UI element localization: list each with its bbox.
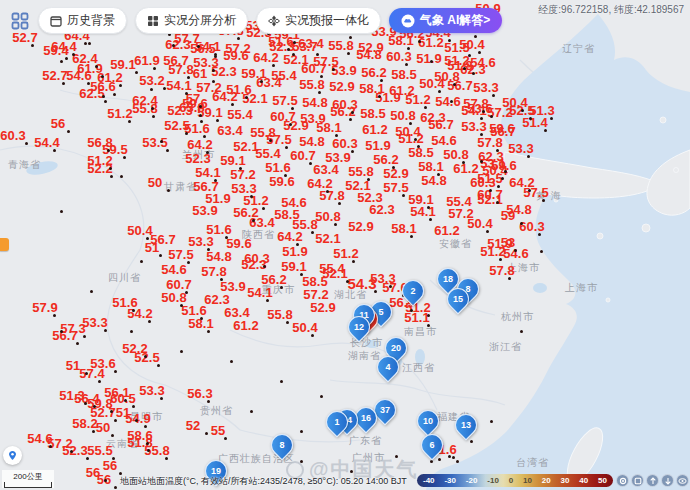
- history-button[interactable]: 历史背景: [38, 7, 127, 34]
- station-dot: [550, 117, 553, 120]
- map-marker-13[interactable]: 13: [450, 409, 481, 440]
- toolbar: 历史背景 实况分屏分析 实况预报一体化 气象 AI解答>: [10, 7, 502, 34]
- temp-value: 53.2: [139, 74, 164, 87]
- station-dot: [157, 364, 160, 367]
- temp-value: 56.7: [52, 329, 77, 342]
- station-dot: [31, 44, 34, 47]
- temp-value: 50.8: [390, 109, 415, 122]
- temp-value: 55.8: [348, 165, 373, 178]
- temp-value: 51.2: [398, 132, 423, 145]
- station-dot: [280, 286, 283, 289]
- station-dot: [280, 380, 283, 383]
- station-dot: [110, 175, 113, 178]
- station-dot: [424, 106, 427, 109]
- temp-value: 56.2: [373, 153, 398, 166]
- station-dot: [25, 142, 28, 145]
- station-dot: [374, 290, 377, 293]
- station-dot: [405, 63, 408, 66]
- station-dot: [410, 309, 413, 312]
- station-dot: [231, 103, 234, 106]
- station-dot: [146, 237, 149, 240]
- temp-value: 62.3: [369, 203, 394, 216]
- station-dot: [130, 330, 133, 333]
- province-label: 台湾省: [516, 456, 549, 470]
- station-dot: [167, 189, 170, 192]
- legend-up-button[interactable]: [646, 474, 659, 487]
- temp-value: 57.5: [383, 181, 408, 194]
- station-dot: [410, 235, 413, 238]
- station-dot: [132, 405, 135, 408]
- ai-cloud-icon: [401, 14, 415, 28]
- temp-value: 63.4: [217, 124, 242, 137]
- edge-badge[interactable]: [0, 238, 9, 251]
- station-dot: [269, 139, 272, 142]
- station-dot: [147, 449, 150, 452]
- station-dot: [144, 355, 147, 358]
- station-dot: [112, 457, 115, 460]
- station-dot: [62, 82, 65, 85]
- legend-tick: 50: [598, 477, 607, 485]
- station-dot: [216, 119, 219, 122]
- arrow-up-icon: [649, 477, 657, 485]
- legend-frame-button[interactable]: [631, 474, 644, 487]
- legend-visibility-button[interactable]: [676, 474, 689, 487]
- station-dot: [490, 420, 493, 423]
- temp-value: 52.9: [329, 80, 354, 93]
- temp-value: 60.7: [290, 149, 315, 162]
- station-dot: [101, 75, 104, 78]
- legend-tick: 0: [509, 477, 513, 485]
- province-label: 杭州市: [501, 310, 534, 324]
- forecast-integration-button[interactable]: 实况预报一体化: [256, 7, 381, 34]
- split-screen-button-label: 实况分屏分析: [164, 12, 236, 29]
- split-screen-button[interactable]: 实况分屏分析: [135, 7, 248, 34]
- station-dot: [508, 277, 511, 280]
- station-dot: [448, 455, 451, 458]
- province-label: 四川省: [108, 271, 141, 285]
- marker-count: 37: [375, 400, 395, 420]
- station-dot: [140, 260, 143, 263]
- station-dot: [220, 278, 223, 281]
- station-dot: [429, 218, 432, 221]
- marker-count: 2: [403, 281, 423, 301]
- legend-settings-button[interactable]: [616, 474, 629, 487]
- temp-value: 54.1: [195, 166, 220, 179]
- temp-value: 52.1: [477, 193, 502, 206]
- temp-value: 61.9: [134, 54, 159, 67]
- station-dot: [60, 210, 63, 213]
- temp-value: 54.6: [66, 69, 91, 82]
- station-dot: [529, 117, 532, 120]
- app-grid-button[interactable]: [10, 11, 30, 31]
- weather-ai-button[interactable]: 气象 AI解答>: [389, 8, 502, 33]
- temp-value: 57.8: [489, 264, 514, 277]
- temp-value: 54.2: [127, 307, 152, 320]
- temp-value: 59.4: [43, 44, 68, 57]
- station-dot: [438, 458, 441, 461]
- station-dot: [402, 194, 405, 197]
- temp-value: 50.4: [292, 321, 317, 334]
- temp-value: 56: [86, 466, 100, 479]
- temp-value: 61.2: [434, 224, 459, 237]
- station-dot: [462, 161, 465, 164]
- station-dot: [102, 95, 105, 98]
- legend-down-button[interactable]: [661, 474, 674, 487]
- station-dot: [214, 53, 217, 56]
- station-dot: [250, 410, 253, 413]
- marker-count: 15: [448, 289, 468, 309]
- station-dot: [332, 68, 335, 71]
- station-dot: [417, 145, 420, 148]
- map-overlay: 呼和浩特市辽宁省青海省兰州市甘肃省陕西省四川省重庆市湖北省长沙市湖南省南昌市江西…: [0, 0, 690, 490]
- station-dot: [291, 107, 294, 110]
- forecast-integration-icon: [268, 15, 280, 27]
- locate-button[interactable]: [3, 446, 22, 465]
- station-dot: [456, 460, 459, 463]
- station-dot: [499, 258, 502, 261]
- station-dot: [95, 65, 98, 68]
- app-grid-icon: [11, 12, 29, 30]
- temp-value: 57.5: [168, 248, 193, 261]
- marker-count: 18: [438, 269, 458, 289]
- temp-value: 51.4: [522, 116, 547, 129]
- province-label: 青海省: [8, 158, 41, 172]
- station-dot: [185, 132, 188, 135]
- legend-tick: 10: [523, 477, 532, 485]
- temp-value: 51.6: [265, 161, 290, 174]
